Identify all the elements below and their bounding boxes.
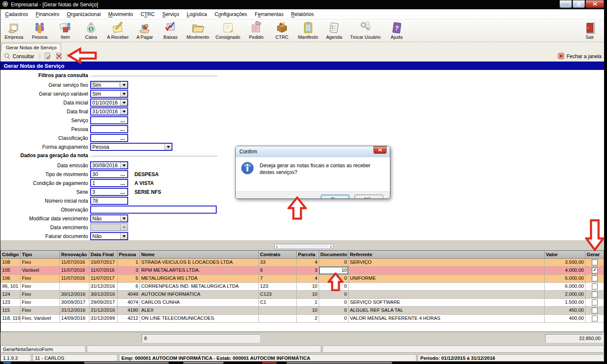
cell-data-final[interactable]: 15/07/2017: [89, 259, 118, 266]
toolbar-agenda-button[interactable]: Agenda: [323, 21, 345, 40]
cell-tipo[interactable]: Fixo, Variável: [21, 315, 60, 322]
sim-button[interactable]: Sim: [321, 195, 349, 199]
column-header-nome[interactable]: Nome: [140, 251, 259, 258]
cell-pessoa[interactable]: 4074: [118, 299, 140, 306]
cell-nome[interactable]: STRADA VEICULOS E LOCACOES LTDA: [140, 259, 259, 266]
chevron-down-icon[interactable]: [120, 224, 127, 230]
horizontal-scrollbar[interactable]: ∨ ∨: [274, 244, 333, 249]
dialog-close-button[interactable]: [373, 146, 387, 154]
toolbar-baixas-button[interactable]: Baixas: [159, 21, 181, 40]
chevron-down-icon[interactable]: [120, 91, 127, 97]
grid-row[interactable]: 105Variável11/07/201611/07/20163RPM META…: [1, 267, 604, 275]
data-final-select[interactable]: 31/10/2016: [90, 107, 128, 115]
cell-pessoa[interactable]: 3: [118, 267, 140, 274]
grid-row[interactable]: 124Fixo30/12/201630/12/20164049AUTOCOM I…: [1, 291, 604, 299]
cell-contrato[interactable]: [259, 307, 297, 314]
cell-valor[interactable]: 6.000,00: [545, 283, 586, 290]
cell-documento[interactable]: 0: [319, 259, 349, 266]
cell-contrato[interactable]: C1: [259, 299, 297, 306]
column-header-parcela[interactable]: Parcela: [297, 251, 319, 258]
cell-referente[interactable]: UNIFORME: [349, 275, 545, 282]
cell-valor[interactable]: 5.000,00: [545, 275, 586, 282]
unmark-all-button[interactable]: [54, 52, 64, 61]
cell-documento[interactable]: 0: [319, 283, 349, 290]
cell-parcela[interactable]: 10: [297, 307, 319, 314]
menu-movimento[interactable]: Movimento: [105, 10, 137, 19]
cell-pessoa[interactable]: 4180: [118, 307, 140, 314]
menu-configuracoes[interactable]: Configurações: [211, 10, 251, 19]
cell-contrato[interactable]: [259, 315, 297, 322]
menu-organizacional[interactable]: Organizacional: [63, 10, 105, 19]
cell-tipo[interactable]: Fixo: [21, 291, 60, 298]
checkbox-unchecked-icon[interactable]: [592, 284, 598, 289]
gerar-flag-button[interactable]: [70, 52, 80, 61]
chevron-down-icon[interactable]: [120, 108, 127, 115]
gerar-checkbox-cell[interactable]: [586, 307, 604, 314]
column-header-referente[interactable]: Referente: [349, 251, 545, 258]
gerar-checkbox-cell[interactable]: [586, 315, 604, 322]
cell-nome[interactable]: RPM METALARTES LTDA.: [140, 267, 259, 274]
cell-data-final[interactable]: 31/12/2016: [89, 307, 118, 314]
cell-renovacao[interactable]: 31/12/2016: [60, 307, 89, 314]
cell-data-final[interactable]: 31/12/2016: [89, 283, 118, 290]
cell-documento-selected[interactable]: 10: [319, 267, 349, 274]
hint-bubble-button[interactable]: [81, 52, 91, 61]
scroll-left-icon[interactable]: ∨: [276, 245, 278, 249]
cell-tipo[interactable]: Variável: [21, 267, 60, 274]
gerar-checkbox-cell[interactable]: [586, 299, 604, 306]
column-header-codigo[interactable]: Código: [1, 251, 21, 258]
cell-referente[interactable]: [349, 291, 545, 298]
cell-codigo[interactable]: 115: [1, 307, 21, 314]
cell-contrato[interactable]: 6: [259, 267, 297, 274]
toolbar-item-button[interactable]: Item: [54, 21, 76, 40]
cell-renovacao[interactable]: 14/09/2016: [60, 315, 89, 322]
cell-nome[interactable]: ON LINE TELECOMUNICACOES: [140, 315, 259, 322]
column-header-documento[interactable]: Documento: [319, 251, 349, 258]
toolbar-pedido-button[interactable]: Pedido: [245, 21, 267, 40]
mark-all-button[interactable]: [43, 52, 53, 61]
cell-documento[interactable]: 0: [319, 299, 349, 306]
cell-valor[interactable]: 3.500,00: [545, 259, 586, 266]
scroll-track[interactable]: [279, 245, 328, 248]
cell-codigo[interactable]: 96, 101: [1, 283, 21, 290]
toolbar-sair-button[interactable]: Sair: [579, 21, 601, 40]
toolbar-trocar-usuario-button[interactable]: Trocar Usuário: [349, 21, 382, 40]
toolbar-pessoa-button[interactable]: Pessoa: [29, 21, 51, 40]
numero-inicial-nota-input[interactable]: 78: [90, 197, 128, 205]
toolbar-caixa-button[interactable]: $Caixa: [80, 21, 102, 40]
cell-valor[interactable]: 400,00: [545, 315, 586, 322]
chevron-down-icon[interactable]: [120, 99, 127, 106]
gerar-servico-fixo-select[interactable]: Sim: [90, 81, 128, 89]
cell-valor[interactable]: 1.500,00: [545, 299, 586, 306]
cell-nome[interactable]: CORRENPECAS IND. METALURGICA LTDA: [140, 283, 259, 290]
ellipsis-lookup-icon[interactable]: …: [118, 189, 127, 195]
cell-parcela[interactable]: 10: [297, 291, 319, 298]
cell-documento[interactable]: 0: [319, 291, 349, 298]
cell-documento[interactable]: 0: [319, 315, 349, 322]
cell-renovacao[interactable]: 11/07/2016: [60, 259, 89, 266]
cell-pessoa[interactable]: 1: [118, 259, 140, 266]
servico-input[interactable]: …: [90, 116, 128, 124]
data-inicial-select[interactable]: 01/10/2016: [90, 99, 128, 107]
ellipsis-lookup-icon[interactable]: …: [118, 126, 127, 132]
gerar-checkbox-cell[interactable]: [586, 275, 604, 282]
menu-logistica[interactable]: Logística: [183, 10, 211, 19]
cell-nome[interactable]: METALURGICA MS LTDA: [140, 275, 259, 282]
cell-referente[interactable]: SERVIÇO SOFTWARE: [349, 299, 545, 306]
grid-row[interactable]: 115Fixo31/12/201631/12/20164180ALEX100AL…: [1, 307, 604, 315]
cell-renovacao[interactable]: 30/09/2017: [60, 299, 89, 306]
observacao-input[interactable]: [90, 206, 217, 214]
grid-row[interactable]: 108Fixo11/07/201615/07/20171STRADA VEICU…: [1, 259, 604, 267]
cell-contrato[interactable]: 7: [259, 275, 297, 282]
tab-gerar-notas-de-servico[interactable]: Gerar Notas de Serviço: [1, 43, 61, 51]
cell-codigo[interactable]: 124: [1, 291, 21, 298]
menu-cadastros[interactable]: Cadastros: [1, 10, 32, 19]
cell-renovacao[interactable]: 11/07/2016: [60, 275, 89, 282]
chevron-down-icon[interactable]: [120, 82, 127, 88]
nao-button[interactable]: Não: [355, 195, 383, 199]
condicao-de-pagamento-input[interactable]: 1…: [90, 179, 128, 187]
close-button[interactable]: [586, 0, 604, 8]
data-vencimento-select[interactable]: [90, 223, 128, 231]
column-header-renovacao[interactable]: Renovação: [60, 251, 89, 258]
cell-nome[interactable]: AUTOCOM INFORMATICA: [140, 291, 259, 298]
